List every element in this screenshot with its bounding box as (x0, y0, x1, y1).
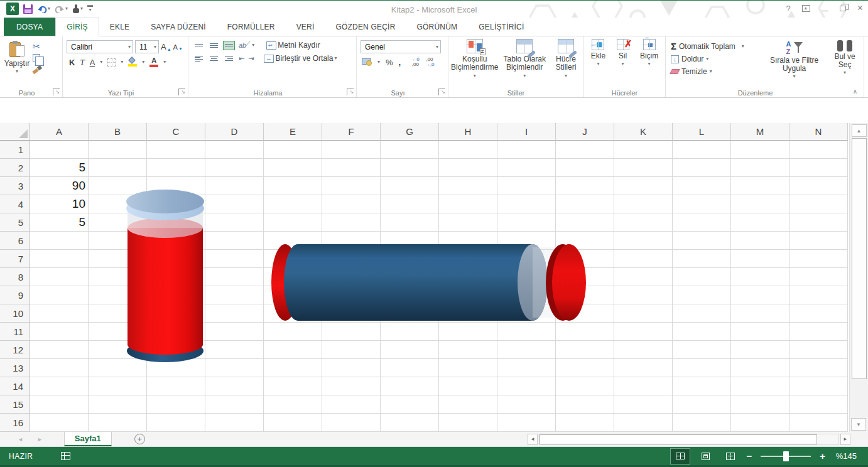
tab-gorunum[interactable]: GÖRÜNÜM (406, 18, 469, 36)
cell-N10[interactable] (789, 304, 848, 323)
cell-A9[interactable] (30, 286, 89, 304)
dialog-launcher-icon[interactable]: ↘ (178, 89, 185, 95)
cell-N11[interactable] (789, 323, 848, 341)
cell-K6[interactable] (614, 232, 673, 250)
cell-L10[interactable] (673, 304, 731, 323)
row-header-15[interactable]: 15 (0, 395, 30, 414)
cell-K2[interactable] (614, 159, 673, 177)
cell-A1[interactable] (30, 141, 89, 159)
cell-C14[interactable] (147, 377, 205, 395)
cell-G1[interactable] (381, 141, 439, 159)
restore-icon[interactable] (840, 6, 846, 11)
scroll-up-icon[interactable]: ▲ (852, 124, 867, 137)
sheet-tab-sayfa1[interactable]: Sayfa1 (64, 432, 112, 446)
cell-K16[interactable] (614, 414, 673, 432)
cell-J12[interactable] (556, 341, 614, 359)
tab-ekle[interactable]: EKLE (99, 18, 141, 36)
chevron-down-icon[interactable]: ▾ (377, 60, 380, 65)
cell-L6[interactable] (673, 232, 731, 250)
cell-H14[interactable] (439, 377, 497, 395)
cell-D11[interactable] (205, 323, 264, 341)
cell-A7[interactable] (30, 250, 89, 268)
horizontal-cylinder-shape[interactable] (269, 242, 590, 324)
cell-M13[interactable] (731, 359, 789, 377)
zoom-out-button[interactable]: − (746, 451, 752, 461)
cell-L11[interactable] (673, 323, 731, 341)
cell-G2[interactable] (381, 159, 439, 177)
cell-D14[interactable] (205, 377, 264, 395)
cell-F11[interactable] (322, 323, 381, 341)
cell-A6[interactable] (30, 232, 89, 250)
cell-I14[interactable] (497, 377, 556, 395)
cell-M6[interactable] (731, 232, 789, 250)
tab-dosya[interactable]: DOSYA (4, 18, 55, 36)
cell-M5[interactable] (731, 213, 789, 232)
close-icon[interactable]: × (857, 3, 863, 13)
cell-D13[interactable] (205, 359, 264, 377)
cell-K13[interactable] (614, 359, 673, 377)
cell-L3[interactable] (673, 177, 731, 195)
cell-E15[interactable] (264, 395, 322, 414)
cell-D10[interactable] (205, 304, 264, 323)
number-format-select[interactable]: Genel ▾ (361, 40, 441, 53)
cell-L16[interactable] (673, 414, 731, 432)
cell-G5[interactable] (381, 213, 439, 232)
horizontal-scrollbar-thumb[interactable] (540, 434, 817, 444)
cell-N16[interactable] (789, 414, 848, 432)
cell-D3[interactable] (205, 177, 264, 195)
cell-styles-button[interactable]: Hücre Stilleri ▾ (550, 39, 582, 87)
cell-N1[interactable] (789, 141, 848, 159)
cell-I12[interactable] (497, 341, 556, 359)
column-header-M[interactable]: M (731, 123, 789, 141)
cell-A8[interactable] (30, 268, 89, 286)
align-bottom-button[interactable] (224, 41, 234, 50)
vertical-scrollbar-thumb[interactable] (852, 138, 867, 379)
cell-E2[interactable] (264, 159, 322, 177)
cell-D5[interactable] (205, 213, 264, 232)
align-top-button[interactable] (193, 41, 204, 50)
cell-J13[interactable] (556, 359, 614, 377)
row-header-9[interactable]: 9 (0, 286, 30, 304)
cell-F2[interactable] (322, 159, 381, 177)
cell-M3[interactable] (731, 177, 789, 195)
cell-F1[interactable] (322, 141, 381, 159)
copy-button[interactable]: ▾ (33, 54, 44, 62)
cell-G13[interactable] (381, 359, 439, 377)
align-right-button[interactable] (224, 55, 234, 63)
cell-N13[interactable] (789, 359, 848, 377)
paste-button[interactable]: Yapıştır ▾ (1, 38, 33, 87)
dialog-launcher-icon[interactable]: ↘ (53, 89, 60, 95)
cell-I3[interactable] (497, 177, 556, 195)
scroll-down-icon[interactable]: ▼ (851, 418, 866, 431)
row-header-4[interactable]: 4 (0, 195, 30, 213)
cell-G12[interactable] (381, 341, 439, 359)
increase-decimal-button[interactable]: ←0,00 (411, 57, 419, 67)
cell-J14[interactable] (556, 377, 614, 395)
column-header-K[interactable]: K (614, 123, 673, 141)
save-icon[interactable] (23, 4, 33, 14)
cell-J11[interactable] (556, 323, 614, 341)
cell-K11[interactable] (614, 323, 673, 341)
cell-L8[interactable] (673, 268, 731, 286)
new-sheet-button[interactable]: + (134, 434, 145, 444)
chevron-down-icon[interactable]: ▾ (100, 60, 102, 65)
cell-E12[interactable] (264, 341, 322, 359)
cell-H13[interactable] (439, 359, 497, 377)
cell-A14[interactable] (30, 377, 89, 395)
row-header-11[interactable]: 11 (0, 323, 30, 341)
cell-G11[interactable] (381, 323, 439, 341)
cell-E5[interactable] (264, 213, 322, 232)
cell-D12[interactable] (205, 341, 264, 359)
cell-H11[interactable] (439, 323, 497, 341)
cell-L7[interactable] (673, 250, 731, 268)
cell-D4[interactable] (205, 195, 264, 213)
cell-J5[interactable] (556, 213, 614, 232)
cell-N9[interactable] (789, 286, 848, 304)
underline-button[interactable]: A (90, 58, 95, 67)
tab-veri[interactable]: VERİ (286, 18, 325, 36)
cell-D16[interactable] (205, 414, 264, 432)
chevron-down-icon[interactable]: ▾ (80, 6, 83, 11)
cell-F13[interactable] (322, 359, 381, 377)
cell-M1[interactable] (731, 141, 789, 159)
touch-mode-button[interactable]: ▾ (72, 4, 83, 13)
